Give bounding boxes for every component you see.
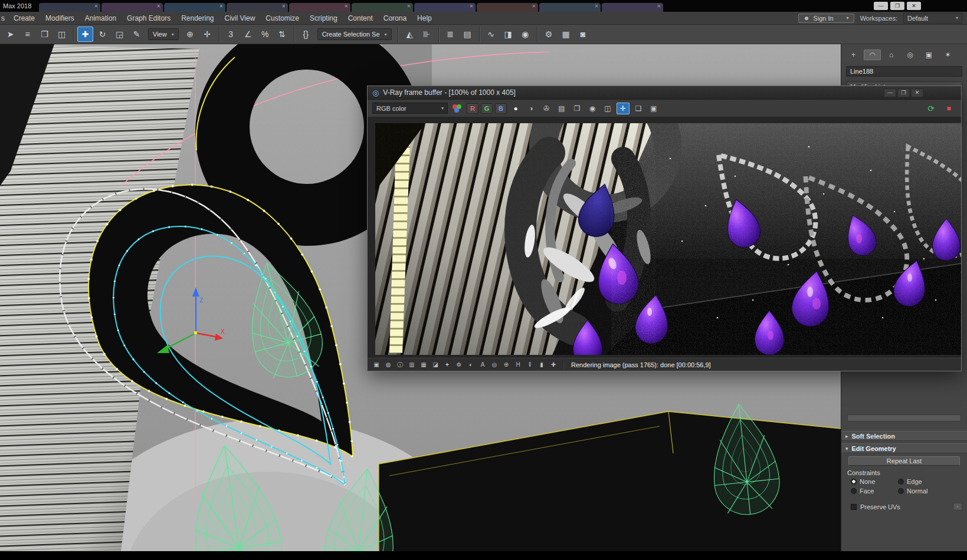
menu-graph-editors[interactable]: Graph Editors — [122, 12, 176, 24]
layer-manager-icon[interactable]: ≣ — [442, 27, 458, 42]
motion-tab-icon[interactable]: ◎ — [902, 50, 919, 60]
green-channel-button[interactable]: G — [481, 103, 493, 114]
menu-create[interactable]: Create — [8, 12, 40, 24]
rendered-frame-icon[interactable]: ▦ — [558, 27, 574, 42]
menu-civil-view[interactable]: Civil View — [219, 12, 261, 24]
menu-content[interactable]: Content — [343, 12, 378, 24]
window-crossing-icon[interactable]: ◫ — [54, 27, 70, 42]
history-icon[interactable]: H — [513, 360, 523, 370]
green-channel-view-icon[interactable]: ▦ — [418, 360, 429, 370]
ribbon-icon[interactable]: ▤ — [460, 27, 476, 42]
spinner-snap-icon[interactable]: ⇅ — [274, 27, 290, 42]
background-tab[interactable]: ✕ — [477, 3, 538, 12]
pixel-information-icon[interactable]: ▣ — [647, 103, 660, 114]
tab-close-icon[interactable]: ✕ — [282, 4, 286, 9]
named-selection-set-dropdown[interactable]: Create Selection Se ▾ — [317, 28, 392, 40]
vray-frame-buffer-window[interactable]: ◎ V-Ray frame buffer - [100% of 1000 x 4… — [367, 85, 962, 371]
constraint-face-radio[interactable]: Face — [851, 487, 898, 495]
select-manipulate-icon[interactable]: ✛ — [199, 27, 215, 42]
hierarchy-tab-icon[interactable]: ⌂ — [883, 50, 900, 60]
blue-channel-button[interactable]: B — [495, 103, 507, 114]
constraint-none-radio[interactable]: None — [851, 478, 898, 485]
tab-close-icon[interactable]: ✕ — [94, 4, 99, 9]
refresh-render-icon[interactable]: ⟳ — [925, 103, 938, 114]
display-tab-icon[interactable]: ▣ — [920, 50, 938, 60]
alpha-channel-icon[interactable]: ● — [509, 103, 522, 114]
use-pivot-center-icon[interactable]: ⊕ — [182, 27, 198, 42]
radio-icon[interactable] — [898, 479, 904, 485]
aa-filter-icon[interactable]: A — [477, 360, 488, 370]
minimize-button[interactable]: — — [874, 2, 888, 10]
workspace-dropdown[interactable]: Default ▾ — [903, 13, 962, 24]
move-icon[interactable]: ✚ — [77, 27, 93, 42]
menu-animation[interactable]: Animation — [80, 12, 122, 24]
compare-ab-icon[interactable]: ◫ — [601, 103, 614, 114]
menu-customize[interactable]: Customize — [260, 12, 304, 24]
soft-selection-rollout[interactable]: ▸ Soft Selection — [841, 431, 967, 441]
preserve-uvs-settings-button[interactable]: ▫ — [953, 503, 962, 510]
contrast-icon[interactable]: ◐ — [466, 360, 476, 370]
snap-3d-icon[interactable]: 3 — [223, 27, 239, 42]
radio-icon[interactable] — [851, 488, 857, 494]
vfb-titlebar[interactable]: ◎ V-Ray frame buffer - [100% of 1000 x 4… — [368, 86, 961, 100]
background-tab[interactable]: ✕ — [227, 3, 288, 12]
vfb-minimize-button[interactable]: — — [884, 88, 896, 97]
rotate-icon[interactable]: ↻ — [94, 27, 110, 42]
sign-in-button[interactable]: ☻ Sign In ▾ — [798, 14, 854, 23]
rectangular-selection-icon[interactable]: ❒ — [37, 27, 53, 42]
edit-geometry-rollout[interactable]: ▾ Edit Geometry — [841, 443, 967, 453]
tab-close-icon[interactable]: ✕ — [157, 4, 161, 9]
tab-close-icon[interactable]: ✕ — [407, 4, 411, 9]
select-place-icon[interactable]: ✎ — [129, 27, 145, 42]
background-tab[interactable]: ✕ — [539, 3, 601, 12]
tab-close-icon[interactable]: ✕ — [219, 4, 224, 9]
radio-icon[interactable] — [851, 479, 857, 485]
align-icon[interactable]: ⊪ — [419, 27, 435, 42]
copy-clipboard-icon[interactable]: ❐ — [571, 103, 584, 114]
named-selection-sets-icon[interactable]: {} — [298, 27, 314, 42]
tab-close-icon[interactable]: ✕ — [657, 4, 661, 9]
percent-snap-icon[interactable]: % — [257, 27, 273, 42]
constraint-edge-radio[interactable]: Edge — [898, 478, 967, 485]
background-tab[interactable]: ✕ — [39, 3, 100, 12]
pause-icon[interactable]: ‖ — [525, 360, 535, 370]
utilities-tab-icon[interactable]: ✶ — [939, 50, 956, 60]
menu-help[interactable]: Help — [412, 12, 437, 24]
track-mouse-render-icon[interactable]: ✛ — [617, 103, 630, 114]
region-render-icon[interactable]: ❏ — [632, 103, 645, 114]
stop-render-icon[interactable]: ■ — [942, 103, 955, 114]
background-tab[interactable]: ✕ — [602, 3, 663, 12]
pixel-probe-icon[interactable]: ⊕ — [501, 360, 512, 370]
repeat-last-button[interactable]: Repeat Last — [848, 456, 960, 466]
select-object-icon[interactable]: ➤ — [2, 27, 18, 42]
vfb-maximize-button[interactable]: ❐ — [897, 88, 910, 97]
background-tab[interactable]: ✕ — [289, 3, 350, 12]
progress-icon[interactable]: ▮ — [536, 360, 547, 370]
background-tab[interactable]: ✕ — [101, 3, 163, 12]
modify-tab-icon[interactable]: ◠ — [864, 50, 881, 60]
background-tab[interactable]: ✕ — [164, 3, 225, 12]
settings-icon[interactable]: ⚙ — [454, 360, 464, 370]
menu-corona[interactable]: Corona — [378, 12, 412, 24]
magnifier-icon[interactable]: ◎ — [489, 360, 500, 370]
constraint-normal-radio[interactable]: Normal — [898, 487, 967, 495]
vfb-render-image[interactable] — [375, 123, 961, 355]
tab-close-icon[interactable]: ✕ — [470, 4, 474, 9]
render-setup-icon[interactable]: ⚙ — [541, 27, 557, 42]
menu-scripting[interactable]: Scripting — [304, 12, 343, 24]
background-tab[interactable]: ✕ — [352, 3, 413, 12]
channel-set-icon[interactable] — [451, 103, 463, 114]
select-by-name-icon[interactable]: ≡ — [19, 27, 35, 42]
open-image-icon[interactable]: ▤ — [555, 103, 568, 114]
scale-icon[interactable]: ◲ — [112, 27, 127, 42]
duplicate-buffer-icon[interactable]: ◉ — [586, 103, 599, 114]
menu-views-partial[interactable]: s — [0, 12, 8, 24]
create-tab-icon[interactable]: + — [845, 50, 862, 60]
schematic-view-icon[interactable]: ◨ — [500, 27, 516, 42]
close-button[interactable]: ✕ — [907, 2, 921, 10]
menu-modifiers[interactable]: Modifiers — [40, 12, 80, 24]
display-correction-icon[interactable]: ▣ — [371, 360, 382, 370]
angle-snap-icon[interactable]: ∠ — [240, 27, 256, 42]
vfb-channel-dropdown[interactable]: RGB color ▾ — [372, 103, 448, 114]
vfb-close-button[interactable]: ✕ — [911, 88, 923, 97]
